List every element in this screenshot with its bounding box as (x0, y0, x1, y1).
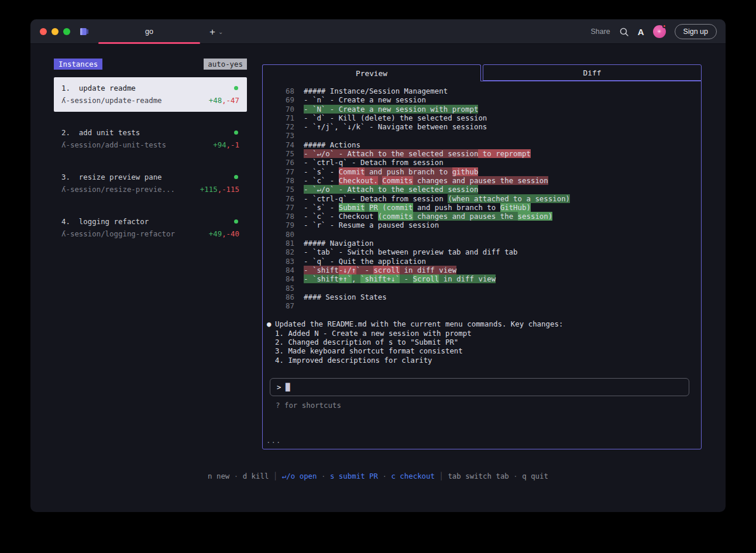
instance-branch: ʎ-session/resize-previe... (61, 185, 175, 194)
new-tab-button[interactable]: + (209, 27, 215, 37)
instance-diff-stats: +48,-47 (209, 96, 239, 105)
status-dot (234, 86, 238, 90)
code-line: 68##### Instance/Session Management (263, 87, 701, 95)
code-line: 77- `s` - Submit PR (commit and push bra… (263, 203, 701, 212)
code-line: 87 (263, 301, 701, 310)
overflow-ellipsis: ... (266, 436, 281, 445)
line-number: 87 (274, 301, 294, 310)
prompt-input[interactable]: > █ (270, 378, 689, 396)
code-line: 70- `N` - Create a new session with prom… (263, 105, 701, 114)
line-number: 74 (274, 140, 294, 149)
summary-title: Updated the README.md with the current m… (275, 320, 563, 328)
tab-preview-label: Preview (356, 69, 387, 78)
zoom-button[interactable] (63, 28, 70, 35)
avatar[interactable]: ✳ (653, 25, 666, 38)
code-line: 71- `d` - Kill (delete) the selected ses… (263, 114, 701, 122)
line-number: 76 (274, 194, 294, 203)
statusbar-segment: · (317, 472, 330, 480)
summary-item: 4. Improved descriptions for clarity (275, 356, 701, 365)
line-number: 68 (274, 87, 294, 95)
instances-badge: Instances (54, 59, 102, 70)
line-number: 73 (274, 131, 294, 140)
line-number: 69 (274, 95, 294, 104)
code-line: 84- `shift+↑`, `shift+↓` - Scroll in dif… (263, 274, 701, 283)
instance-title: 3. resize preview pane (61, 173, 162, 181)
summary-items: 1. Added N - Create a new session with p… (267, 329, 701, 365)
statusbar-segment: │ (269, 472, 281, 480)
status-dot (234, 219, 238, 224)
sidebar-header: Instances auto-yes (54, 59, 247, 70)
shortcuts-hint: ? for shortcuts (276, 401, 341, 410)
avatar-glyph: ✳ (657, 29, 662, 35)
instance-title: 2. add unit tests (61, 128, 140, 137)
share-button[interactable]: Share (590, 28, 610, 36)
titlebar-right: Share A ✳ Sign up (590, 19, 726, 44)
new-tab-control: + ⌄ (209, 19, 223, 44)
summary-item: 2. Changed description of s to "Submit P… (275, 338, 701, 346)
tab-preview[interactable]: Preview (262, 64, 481, 81)
line-number: 84 (274, 274, 294, 283)
tab-diff[interactable]: Diff (483, 64, 702, 81)
line-number: 78 (274, 176, 294, 185)
line-number: 80 (274, 230, 294, 239)
instance-row[interactable]: 2. add unit testsʎ-session/add-unit-test… (54, 122, 247, 156)
summary-item: 3. Made keyboard shortcut format consist… (275, 346, 701, 355)
text-cursor: █ (286, 383, 290, 391)
statusbar-segment: d kill (243, 472, 269, 480)
traffic-lights (40, 28, 70, 35)
prompt-char: > (277, 383, 286, 391)
code-line: 75- `↵/o` - Attach to the selected sessi… (263, 185, 701, 194)
signup-button[interactable]: Sign up (675, 24, 717, 39)
line-number: 76 (274, 158, 294, 167)
code-line: 81##### Navigation (263, 239, 701, 248)
statusbar-segment: · (229, 472, 242, 480)
search-icon[interactable] (619, 27, 629, 37)
statusbar-segment: n new (208, 472, 229, 480)
line-number: 86 (274, 293, 294, 301)
code-line: 80 (263, 230, 701, 239)
instance-diff-stats: +94,-1 (213, 140, 239, 149)
instance-row[interactable]: 4. logging refactorʎ-session/logging-ref… (54, 211, 247, 245)
code-line: 73 (263, 131, 701, 140)
notebook-icon[interactable] (80, 28, 89, 36)
notification-dot (662, 24, 666, 28)
code-line: 77- `s` - Commit and push branch to gith… (263, 167, 701, 176)
minimize-button[interactable] (51, 28, 59, 35)
chevron-down-icon[interactable]: ⌄ (218, 29, 223, 35)
tab-go[interactable]: go (98, 19, 200, 44)
instance-title: 1. update readme (61, 84, 136, 92)
line-number: 85 (274, 284, 294, 293)
bullet-icon: ● (267, 320, 275, 328)
code-line: 85 (263, 284, 701, 293)
line-number: 75 (274, 149, 294, 158)
instance-row[interactable]: 1. update readmeʎ-session/update-readme+… (54, 77, 247, 112)
code-line: 72- `↑/j`, `↓/k` - Navigate between sess… (263, 122, 701, 131)
line-number: 78 (274, 212, 294, 221)
statusbar: n new · d kill │ ↵/o open · s submit PR … (30, 472, 726, 480)
code-line: 82- `tab` - Switch between preview tab a… (263, 248, 701, 256)
tab-diff-label: Diff (583, 68, 602, 77)
instance-branch: ʎ-session/update-readme (61, 96, 162, 105)
code-line: 78- `c` - Checkout (commits changes and … (263, 212, 701, 221)
code-line: 86#### Session States (263, 293, 701, 301)
instance-diff-stats: +115,-115 (200, 185, 239, 194)
summary-item: 1. Added N - Create a new session with p… (275, 329, 701, 338)
instance-list: 1. update readmeʎ-session/update-readme+… (54, 77, 247, 255)
line-number: 82 (274, 248, 294, 256)
line-number: 83 (274, 257, 294, 266)
statusbar-segment: ↵/o open (282, 472, 317, 480)
code-line: 74##### Actions (263, 140, 701, 149)
line-number: 81 (274, 239, 294, 248)
close-button[interactable] (40, 28, 47, 35)
tab-label: go (145, 28, 153, 36)
instance-row[interactable]: 3. resize preview paneʎ-session/resize-p… (54, 166, 247, 201)
instance-branch: ʎ-session/logging-refactor (61, 229, 175, 238)
terminal-window: go + ⌄ Share A ✳ Sign up Instances (30, 19, 726, 512)
code-line: 84- `shift-↓/↑` - scroll in diff view (263, 266, 701, 274)
line-number: 77 (274, 203, 294, 212)
line-number: 70 (274, 105, 294, 114)
line-number: 79 (274, 221, 294, 229)
line-number: 77 (274, 167, 294, 176)
app-logo-icon[interactable]: A (638, 27, 644, 37)
statusbar-segment: tab switch tab (448, 472, 508, 480)
